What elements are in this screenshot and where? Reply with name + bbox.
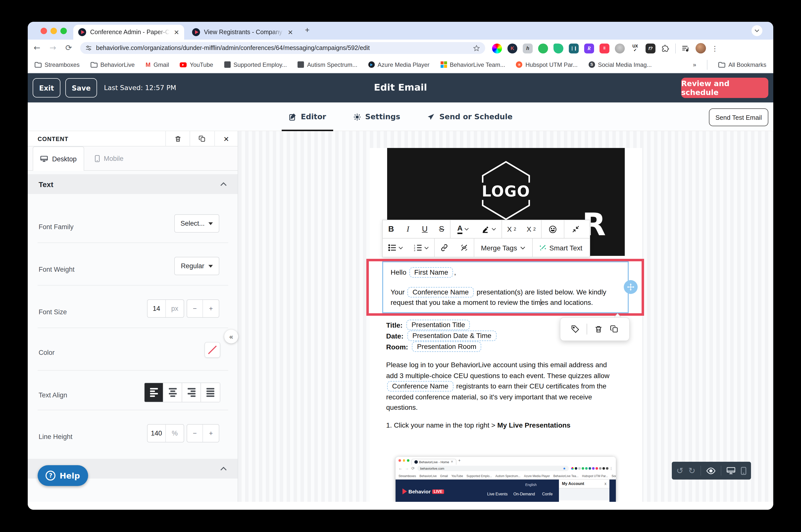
numbered-list-button[interactable]: 123 [408,239,434,257]
browser-menu-icon[interactable]: ⋮ [711,44,718,52]
tab-search-button[interactable] [751,25,762,36]
line-height-input[interactable]: 140 [148,424,166,442]
divider [38,410,228,410]
keeper-extension-icon[interactable]: K [507,43,517,53]
desktop-preview-icon[interactable] [726,467,735,475]
color-swatch[interactable] [204,342,220,358]
undo-icon[interactable]: ↺ [676,466,684,476]
text-color-button[interactable]: A [450,220,476,238]
strikethrough-button[interactable]: S [433,220,450,238]
superscript-button[interactable]: X2 [502,220,521,238]
bookmark-item[interactable]: BehaviorLive Team... [440,61,505,68]
grid-extension-icon[interactable]: ⠿ [599,43,610,53]
tomato-extension-icon[interactable] [615,43,625,53]
smart-text-button[interactable]: Smart Text [532,239,589,257]
highlight-color-button[interactable] [476,220,502,238]
merge-tag-conference-name[interactable]: Conference Name [387,381,453,392]
bookmark-item[interactable]: ✳Hubspot UTM Par... [516,61,578,68]
font-weight-select[interactable]: Regular [174,257,219,275]
duplicate-icon[interactable] [610,325,619,334]
tab-close-icon[interactable]: ✕ [174,28,179,36]
bars-extension-icon[interactable]: ❘❙ [569,43,579,53]
drag-move-handle[interactable] [624,280,638,294]
insert-link-button[interactable] [434,239,454,257]
align-center-button[interactable] [163,383,182,402]
bookmark-item[interactable]: Azure Media Player [368,61,429,68]
mobile-preview-icon[interactable] [741,467,747,475]
line-height-decrease-button[interactable]: − [187,424,203,442]
bold-button[interactable]: B [383,220,399,238]
tab-mobile[interactable]: Mobile [84,147,134,171]
delete-block-button[interactable] [165,131,190,147]
font-family-select[interactable]: Select... [174,214,219,233]
email-paragraph[interactable]: Please log in to your BehaviorLive accou… [386,360,619,413]
playlist-icon[interactable] [681,44,690,53]
ux-check-extension-icon[interactable]: UX✓ [630,43,640,53]
trash-icon[interactable] [594,325,603,334]
email-step-line[interactable]: 1. Click your name in the top right > My… [386,421,571,429]
text-section-header[interactable]: Text [28,174,238,194]
collapse-sidebar-button[interactable]: « [224,329,238,343]
forward-icon[interactable]: → [50,43,56,53]
tag-icon[interactable] [571,325,580,334]
new-tab-button[interactable]: + [305,26,310,35]
h-extension-icon[interactable]: h [523,43,533,53]
reload-icon[interactable]: ⟳ [66,43,72,53]
back-icon[interactable]: ← [34,43,40,53]
bookmark-item[interactable]: BehaviorLive [90,61,135,68]
r-extension-icon[interactable]: R [584,43,594,53]
font-size-increase-button[interactable]: + [203,300,219,317]
help-button[interactable]: ? Help [38,465,88,486]
color-picker-extension-icon[interactable] [492,43,502,53]
tab-editor[interactable]: Editor [281,102,333,131]
line-height-increase-button[interactable]: + [203,424,219,442]
tab-send-or-schedule[interactable]: Send or Schedule [420,102,520,131]
align-right-button[interactable] [182,383,201,402]
traffic-minimize-button[interactable] [51,28,57,34]
browser-tab-conference-admin[interactable]: Conference Admin - Paper-C ✕ [73,25,184,40]
merge-tag-presentation-date[interactable]: Presentation Date & Time [407,330,496,341]
merge-tag-presentation-title[interactable]: Presentation Title [407,320,470,330]
all-bookmarks-button[interactable]: All Bookmarks [719,61,766,68]
merge-tags-button[interactable]: Merge Tags [474,239,532,257]
review-and-schedule-button[interactable]: Review and schedule [681,78,768,98]
preview-eye-icon[interactable] [706,467,716,474]
font-size-decrease-button[interactable]: − [187,300,203,317]
address-bar[interactable]: behaviorlive.com/organizations/dunder-mi… [80,42,485,54]
close-panel-button[interactable]: ✕ [215,131,238,147]
collapse-toolbar-button[interactable] [564,220,586,238]
send-test-email-button[interactable]: Send Test Email [709,108,768,126]
puzzle-extensions-icon[interactable] [661,44,670,53]
browser-tab-view-registrants[interactable]: View Registrants - Company ✕ [187,25,298,40]
profile-avatar[interactable] [695,43,706,54]
bookmark-item[interactable]: Autism Spectrum... [298,61,357,68]
site-settings-icon[interactable] [85,44,92,52]
bookmark-item[interactable]: Streamboxes [35,61,79,68]
bookmark-item[interactable]: YouTube [180,61,213,68]
bullet-list-button[interactable] [383,239,408,257]
evernote-extension-icon[interactable] [538,43,548,53]
bookmark-item[interactable]: Supported Employ... [224,61,287,68]
duplicate-block-button[interactable] [190,131,215,147]
fonts-extension-icon[interactable]: f? [646,43,655,53]
align-left-button[interactable] [145,383,163,402]
remove-link-button[interactable] [454,239,474,257]
bookmark-item[interactable]: SSocial Media Imag... [589,61,652,68]
emoji-button[interactable] [541,220,564,238]
bookmark-item[interactable]: MGmail [146,61,169,68]
tab-close-icon[interactable]: ✕ [287,28,293,36]
bookmarks-overflow-button[interactable]: » [693,61,696,68]
align-justify-button[interactable] [201,383,220,402]
italic-button[interactable]: I [399,220,416,238]
merge-tag-presentation-room[interactable]: Presentation Room [412,341,481,352]
tab-desktop[interactable]: Desktop [33,147,84,171]
subscript-button[interactable]: X2 [521,220,541,238]
font-size-input[interactable]: 14 [148,300,166,317]
bookmark-star-icon[interactable] [473,44,480,52]
redo-icon[interactable]: ↻ [688,466,695,476]
tab-settings[interactable]: Settings [346,102,407,131]
mantis-extension-icon[interactable] [554,43,563,53]
traffic-zoom-button[interactable] [60,28,67,34]
traffic-close-button[interactable] [41,28,47,34]
underline-button[interactable]: U [416,220,433,238]
